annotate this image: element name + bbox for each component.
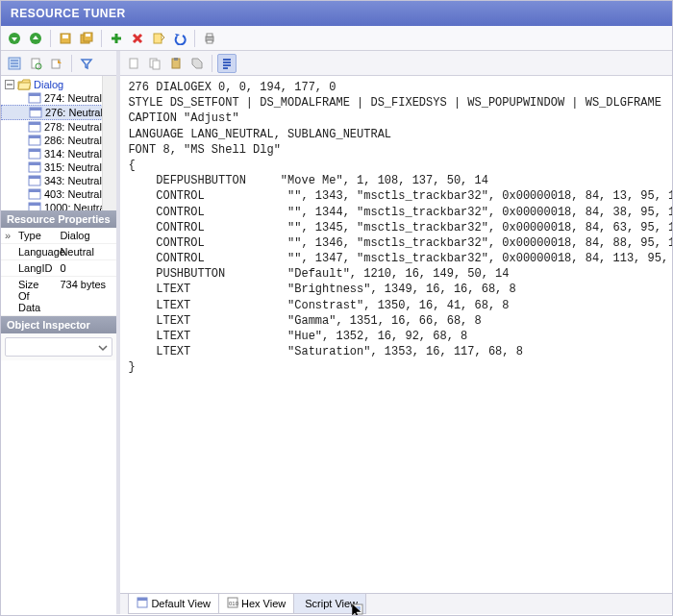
page-icon[interactable] <box>26 54 45 73</box>
properties-header: Resource Properties <box>1 210 116 228</box>
chevron-down-icon <box>98 343 108 353</box>
print-icon[interactable] <box>200 29 219 48</box>
tab-label: Default View <box>151 598 211 609</box>
left-column: Dialog 274: Neutral276: Neutral278: Neut… <box>1 51 120 614</box>
paragraph-icon[interactable] <box>217 54 237 73</box>
tree-item[interactable]: 286: Neutral <box>1 134 116 147</box>
separator <box>71 55 72 72</box>
tree-item[interactable]: 343: Neutral <box>1 174 116 187</box>
resource-tree[interactable]: Dialog 274: Neutral276: Neutral278: Neut… <box>1 76 116 210</box>
delete-icon[interactable] <box>128 29 147 48</box>
view-tab-hex-view[interactable]: 010Hex View <box>218 594 294 614</box>
right-toolbar <box>120 51 673 76</box>
collapse-icon[interactable] <box>5 80 14 89</box>
tree-item[interactable]: 314: Neutral <box>1 147 116 160</box>
right-column: 276 DIALOGEX 0, 0, 194, 177, 0 STYLE DS_… <box>120 51 673 614</box>
svg-rect-36 <box>153 61 160 69</box>
properties-grid: TypeDialogLanguageNeutralLangID0Size Of … <box>1 228 116 316</box>
separator <box>212 55 212 72</box>
tree-root-label: Dialog <box>34 79 63 90</box>
undo-icon[interactable] <box>170 29 189 48</box>
separator <box>50 30 51 47</box>
save-icon[interactable] <box>56 29 75 48</box>
svg-rect-21 <box>29 122 40 125</box>
page-icon[interactable] <box>124 54 143 73</box>
inspector-body <box>1 333 116 360</box>
paste-icon[interactable] <box>166 54 186 73</box>
tree-item[interactable]: 403: Neutral <box>1 187 116 201</box>
property-key: Language <box>1 244 54 259</box>
property-value: Dialog <box>54 228 116 243</box>
property-row[interactable]: LanguageNeutral <box>1 244 116 260</box>
up-arrow-icon[interactable] <box>26 29 45 48</box>
svg-rect-9 <box>207 34 212 37</box>
property-key: LangID <box>1 260 54 276</box>
svg-rect-40 <box>137 598 147 601</box>
view-tab-script-view[interactable]: Script View <box>293 594 366 614</box>
tree-item-label: 403: Neutral <box>44 188 102 200</box>
svg-rect-19 <box>30 108 41 111</box>
main-area: Dialog 274: Neutral276: Neutral278: Neut… <box>1 51 672 614</box>
dialog-icon <box>28 121 41 133</box>
tree-item-label: 1000: Neutral <box>44 202 108 210</box>
script-view[interactable]: 276 DIALOGEX 0, 0, 194, 177, 0 STYLE DS_… <box>120 76 673 593</box>
down-arrow-icon[interactable] <box>5 29 24 48</box>
app-title: RESOURCE TUNER <box>11 7 126 20</box>
svg-rect-17 <box>29 93 40 96</box>
property-row[interactable]: TypeDialog <box>1 228 116 244</box>
dialog-icon <box>28 92 41 104</box>
svg-rect-34 <box>130 59 137 68</box>
tree-item[interactable]: 274: Neutral <box>1 91 116 105</box>
tag-icon[interactable] <box>187 54 207 73</box>
save-all-icon[interactable] <box>77 29 96 48</box>
svg-text:010: 010 <box>229 601 238 606</box>
dialog-icon <box>28 161 41 173</box>
tree-item-label: 343: Neutral <box>44 175 102 186</box>
dialog-icon <box>28 175 41 186</box>
dialog-icon <box>28 188 41 200</box>
add-icon[interactable] <box>107 29 126 48</box>
edit-icon[interactable] <box>149 29 168 48</box>
inspector-content <box>1 360 116 614</box>
svg-rect-7 <box>154 34 162 43</box>
svg-rect-31 <box>29 189 40 192</box>
tree-root[interactable]: Dialog <box>1 78 116 91</box>
svg-rect-23 <box>29 136 40 138</box>
tab-label: Hex View <box>241 598 286 609</box>
svg-rect-10 <box>207 40 212 43</box>
dialog-icon <box>28 148 41 160</box>
inspector-header: Object Inspector <box>1 316 116 333</box>
list-icon[interactable] <box>5 54 24 73</box>
property-row[interactable]: LangID0 <box>1 260 116 277</box>
tree-item[interactable]: 315: Neutral <box>1 160 116 174</box>
folder-open-icon <box>17 79 31 90</box>
svg-rect-6 <box>86 34 90 37</box>
svg-rect-25 <box>29 149 40 152</box>
tab-label: Script View <box>305 598 358 609</box>
dialog-icon <box>29 107 42 118</box>
main-toolbar <box>1 26 672 51</box>
property-value: 0 <box>54 260 116 276</box>
tree-item-label: 315: Neutral <box>44 161 102 173</box>
separator <box>101 30 102 47</box>
tree-item[interactable]: 276: Neutral <box>1 105 116 120</box>
scrollbar[interactable] <box>102 76 116 210</box>
property-row[interactable]: Size Of Data734 bytes <box>1 277 116 316</box>
svg-rect-3 <box>62 35 68 38</box>
inspector-dropdown[interactable] <box>5 337 112 357</box>
svg-rect-38 <box>174 58 178 61</box>
copy-icon[interactable] <box>145 54 164 73</box>
filter-icon[interactable] <box>77 54 96 73</box>
tree-item[interactable]: 278: Neutral <box>1 120 116 134</box>
tree-item-label: 286: Neutral <box>44 135 102 146</box>
left-toolbar <box>1 51 116 76</box>
title-bar: RESOURCE TUNER <box>1 1 672 26</box>
tree-item-label: 274: Neutral <box>44 92 102 104</box>
tree-item[interactable]: 1000: Neutral <box>1 201 116 210</box>
dialog-icon <box>28 135 41 146</box>
view-tab-default-view[interactable]: Default View <box>128 594 219 614</box>
svg-rect-29 <box>29 176 40 179</box>
svg-rect-33 <box>29 203 40 206</box>
export-icon[interactable] <box>47 54 66 73</box>
property-key: Size Of Data <box>1 277 54 315</box>
